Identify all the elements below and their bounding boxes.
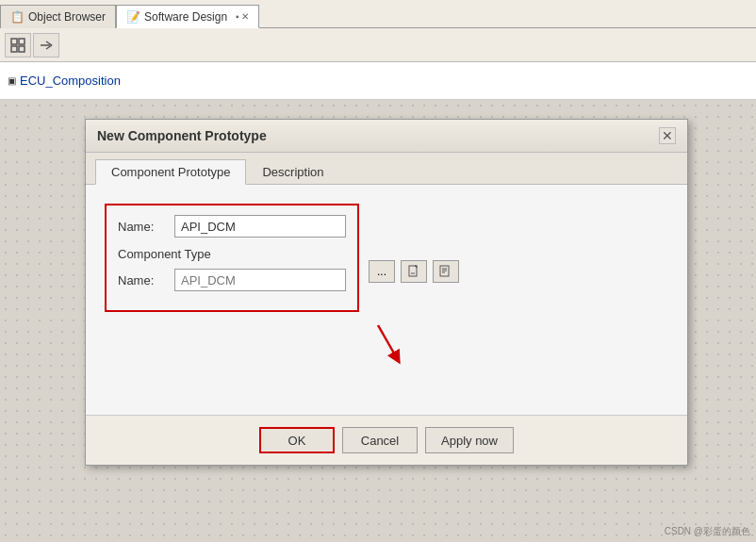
edit-icon [439, 265, 452, 278]
svg-rect-0 [11, 39, 17, 44]
dialog-close-button[interactable]: ✕ [659, 127, 676, 144]
svg-rect-7 [409, 266, 417, 276]
object-browser-tab-label: Object Browser [28, 10, 106, 24]
software-design-tab-close[interactable]: ▪ ✕ [236, 11, 249, 22]
dialog-titlebar: New Component Prototype ✕ [86, 120, 687, 153]
object-browser-tab-icon: 📋 [10, 10, 24, 24]
software-design-tab-label: Software Design [144, 10, 227, 24]
tree-node-label: ECU_Composition [20, 74, 121, 88]
dialog-new-component-prototype: New Component Prototype ✕ Component Prot… [85, 119, 688, 466]
new-document-icon [407, 265, 420, 278]
arrow-button[interactable] [33, 33, 59, 57]
tab-bar: 📋 Object Browser 📝 Software Design ▪ ✕ [0, 0, 756, 28]
prototype-name-row: Name: [118, 215, 346, 238]
red-outline-section: Name: Component Type Name: [105, 204, 359, 312]
apply-now-button[interactable]: Apply now [425, 427, 514, 453]
tab-software-design[interactable]: 📝 Software Design ▪ ✕ [116, 5, 259, 28]
component-type-buttons: ... [369, 260, 668, 283]
svg-line-15 [378, 325, 397, 358]
dialog-content: Name: Component Type Name: ... [86, 185, 687, 415]
collapse-icon: ▣ [8, 75, 16, 86]
new-component-button[interactable] [401, 260, 427, 283]
edit-component-button[interactable] [433, 260, 459, 283]
tab-description[interactable]: Description [246, 159, 339, 185]
dialog-tabs: Component Prototype Description [86, 153, 687, 185]
svg-rect-2 [11, 46, 17, 52]
svg-rect-1 [19, 39, 25, 44]
component-type-header: Component Type [118, 247, 346, 261]
watermark: CSDN @彩蛋的颜色 [665, 525, 750, 538]
component-type-name-input[interactable] [174, 269, 346, 291]
component-type-name-row: Name: [118, 269, 346, 291]
cancel-button[interactable]: Cancel [342, 427, 418, 453]
arrow-icon [39, 38, 54, 53]
browse-button[interactable]: ... [369, 260, 395, 283]
toolbar [0, 28, 756, 62]
red-arrow-svg [359, 320, 435, 368]
grid-button[interactable] [5, 33, 31, 57]
dialog-footer: OK Cancel Apply now [86, 415, 687, 465]
main-area: New Component Prototype ✕ Component Prot… [0, 100, 756, 542]
tree-node-ecu[interactable]: ▣ ECU_Composition [8, 74, 121, 88]
tab-component-prototype[interactable]: Component Prototype [95, 159, 246, 185]
prototype-name-input[interactable] [174, 215, 346, 238]
prototype-name-label: Name: [118, 220, 167, 234]
ok-button[interactable]: OK [259, 427, 335, 453]
component-type-name-label: Name: [118, 273, 167, 287]
software-design-tab-icon: 📝 [126, 10, 140, 24]
tab-object-browser[interactable]: 📋 Object Browser [0, 5, 116, 28]
dialog-title: New Component Prototype [97, 128, 267, 143]
svg-rect-3 [19, 46, 25, 52]
tree-area: ▣ ECU_Composition [0, 62, 756, 100]
grid-icon [10, 38, 25, 53]
